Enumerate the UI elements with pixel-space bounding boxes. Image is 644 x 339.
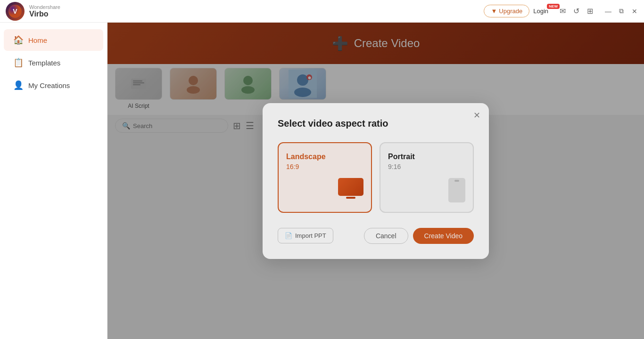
- upgrade-arrow-icon: ▼: [491, 8, 497, 15]
- logo-text: Wondershare Virbo: [29, 4, 60, 18]
- login-button[interactable]: Login NEW: [533, 8, 548, 15]
- sidebar-item-home[interactable]: 🏠 Home: [4, 29, 103, 51]
- portrait-shape-icon: [448, 178, 465, 202]
- portrait-name: Portrait: [388, 153, 415, 161]
- landscape-icon-wrap: [286, 178, 363, 196]
- upgrade-label: Upgrade: [499, 8, 522, 15]
- import-ppt-label: Import PPT: [295, 232, 326, 239]
- dialog-close-button[interactable]: ✕: [471, 110, 482, 121]
- portrait-icon-wrap: [388, 178, 465, 202]
- minimize-button[interactable]: —: [604, 8, 612, 15]
- mail-icon[interactable]: ✉: [560, 7, 566, 16]
- landscape-name: Landscape: [286, 153, 326, 161]
- dialog-footer: 📄 Import PPT Cancel Create Video: [278, 228, 474, 244]
- sidebar-item-home-label: Home: [28, 36, 47, 44]
- product-name: Virbo: [29, 10, 60, 18]
- brand-name: Wondershare: [29, 4, 60, 10]
- ppt-icon: 📄: [285, 232, 292, 239]
- login-label: Login: [533, 8, 548, 15]
- aspect-options: Landscape 16:9 Portrait 9:16: [278, 142, 474, 213]
- history-icon[interactable]: ↺: [573, 7, 579, 16]
- landscape-shape-icon: [338, 178, 363, 196]
- templates-icon: 📋: [13, 57, 24, 68]
- create-video-button[interactable]: Create Video: [413, 228, 474, 244]
- upgrade-button[interactable]: ▼ Upgrade: [484, 5, 529, 17]
- cancel-button[interactable]: Cancel: [364, 228, 408, 244]
- sidebar-item-my-creations-label: My Creations: [28, 81, 70, 89]
- close-button[interactable]: ✕: [631, 8, 638, 15]
- my-creations-icon: 👤: [13, 80, 24, 90]
- modal-overlay: ✕ Select video aspect ratio Landscape 16…: [107, 23, 644, 339]
- landscape-option[interactable]: Landscape 16:9: [278, 142, 372, 213]
- restore-button[interactable]: ⧉: [618, 8, 625, 15]
- titlebar-icon-group: ✉ ↺ ⊞: [560, 7, 593, 16]
- sidebar-item-templates-label: Templates: [28, 59, 60, 67]
- sidebar: 🏠 Home 📋 Templates 👤 My Creations: [0, 23, 107, 339]
- portrait-ratio: 9:16: [388, 163, 401, 170]
- dialog-action-buttons: Cancel Create Video: [364, 228, 474, 244]
- aspect-ratio-dialog: ✕ Select video aspect ratio Landscape 16…: [263, 103, 489, 259]
- titlebar: V Wondershare Virbo ▼ Upgrade Login NEW …: [0, 0, 644, 23]
- main-layout: 🏠 Home 📋 Templates 👤 My Creations ➕ Crea…: [0, 23, 644, 339]
- home-icon: 🏠: [13, 35, 24, 45]
- import-ppt-button[interactable]: 📄 Import PPT: [278, 228, 333, 243]
- main-content: ➕ Create Video AI Script: [107, 23, 644, 339]
- sidebar-item-my-creations[interactable]: 👤 My Creations: [4, 74, 103, 96]
- portrait-option[interactable]: Portrait 9:16: [380, 142, 474, 213]
- new-badge: NEW: [547, 4, 560, 9]
- grid-icon[interactable]: ⊞: [587, 7, 593, 16]
- landscape-ratio: 16:9: [286, 163, 299, 170]
- sidebar-item-templates[interactable]: 📋 Templates: [4, 52, 103, 73]
- titlebar-actions: ▼ Upgrade Login NEW ✉ ↺ ⊞ — ⧉ ✕: [484, 5, 638, 17]
- app-logo: V Wondershare Virbo: [6, 2, 60, 21]
- window-controls: — ⧉ ✕: [604, 8, 638, 15]
- svg-text:V: V: [13, 8, 17, 15]
- dialog-title: Select video aspect ratio: [278, 118, 474, 129]
- logo-icon: V: [6, 2, 25, 21]
